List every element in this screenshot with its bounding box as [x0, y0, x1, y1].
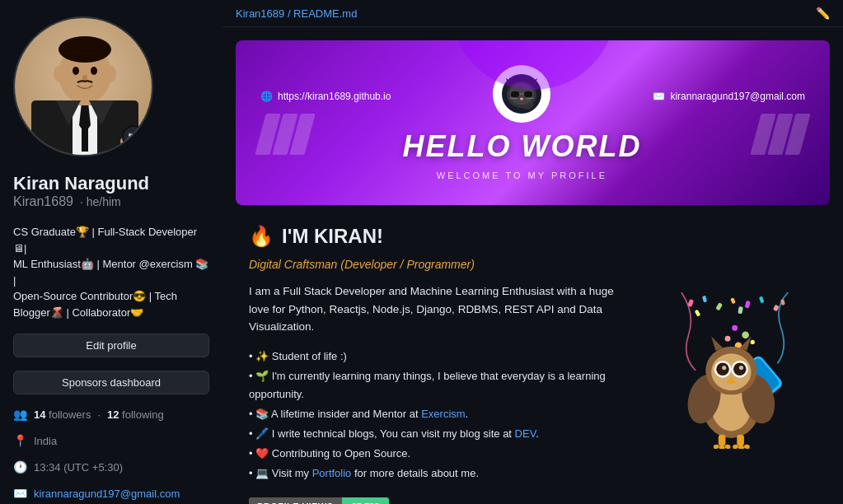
svg-point-9	[91, 67, 97, 75]
camera-badge[interactable]: 📷	[122, 125, 145, 148]
svg-rect-29	[702, 295, 707, 302]
email-item: ✉️ kirannaragund197@gmail.com	[13, 487, 209, 500]
breadcrumb-bar: Kiran1689 / README.md ✏️	[222, 0, 843, 27]
svg-point-7	[59, 36, 111, 63]
profile-views-count: 35,788	[342, 497, 390, 504]
globe-icon: 🌐	[260, 91, 273, 102]
list-item: • 🌱 I'm currently learning many things, …	[249, 367, 660, 404]
svg-rect-60	[719, 434, 726, 446]
svg-point-8	[73, 67, 79, 75]
hero-banner: 🌐 https://kiran1689.github.io	[236, 40, 830, 205]
readme-content: 🔥 I'M KIRAN! Digital Craftsman (Develope…	[222, 218, 843, 504]
profile-name: Kiran Naragund Kiran1689 · he/him	[13, 173, 209, 211]
followers-row: 👥 14 followers · 12 following	[13, 408, 209, 421]
svg-rect-23	[524, 91, 532, 97]
exercism-link[interactable]: Exercism	[421, 408, 465, 420]
main-content: Kiran1689 / README.md ✏️ 🌐 https://kiran…	[222, 0, 843, 504]
location-icon: 📍	[13, 434, 27, 447]
svg-point-25	[520, 98, 523, 100]
sponsors-dashboard-button[interactable]: Sponsors dashboard	[13, 371, 209, 394]
svg-point-44	[751, 340, 755, 344]
svg-rect-36	[738, 306, 743, 314]
svg-point-43	[732, 324, 738, 330]
list-item: • 💻 Visit my Portfolio for more details …	[249, 464, 660, 483]
avatar-container: 📷	[13, 16, 209, 156]
svg-rect-61	[737, 434, 744, 446]
svg-point-11	[54, 66, 63, 82]
svg-rect-66	[738, 445, 744, 448]
email-icon: ✉️	[13, 487, 27, 500]
hero-email-link: ✉️ kirannaragund197@gmail.com	[653, 91, 805, 102]
content-row: 🔥 I'M KIRAN! Digital Craftsman (Develope…	[249, 225, 817, 504]
svg-rect-30	[715, 302, 723, 310]
list-item: • ❤️ Contributing to Open Source.	[249, 445, 660, 463]
svg-point-41	[725, 335, 731, 341]
list-item: • 📚 A lifetime insider and Mentor at Exe…	[249, 405, 660, 423]
people-icon: 👥	[13, 408, 27, 421]
email-icon-hero: ✉️	[653, 91, 665, 102]
hero-right: ✉️ kirannaragund197@gmail.com	[653, 91, 805, 155]
svg-point-57	[722, 366, 726, 370]
svg-rect-64	[724, 444, 731, 449]
slash-decoration-right	[756, 114, 805, 155]
breadcrumb-path: Kiran1689 / README.md	[236, 7, 357, 20]
svg-point-42	[742, 331, 749, 338]
profile-bio: CS Graduate🏆 | Full-Stack Developer🖥| ML…	[13, 224, 209, 320]
svg-rect-22	[511, 91, 519, 97]
readme-heading: 🔥 I'M KIRAN!	[249, 225, 660, 248]
hero-left: 🌐 https://kiran1689.github.io	[260, 91, 391, 155]
readme-intro: I am a Full Stack Developer and Machine …	[249, 282, 628, 336]
readme-tagline: Digital Craftsman (Developer / Programme…	[249, 258, 660, 271]
svg-rect-33	[759, 296, 765, 303]
owl-celebration-image	[672, 292, 804, 449]
list-item: • 🖊️ I write technical blogs, You can vi…	[249, 425, 660, 443]
svg-rect-62	[713, 444, 719, 449]
dev-link[interactable]: DEV	[515, 427, 536, 440]
svg-rect-32	[745, 301, 751, 309]
slash-decoration	[260, 114, 310, 155]
svg-rect-67	[744, 444, 751, 449]
svg-point-12	[106, 66, 116, 82]
svg-rect-31	[730, 297, 736, 304]
edit-profile-button[interactable]: Edit profile	[13, 334, 209, 357]
location-item: 📍 India	[13, 434, 209, 447]
content-left: 🔥 I'M KIRAN! Digital Craftsman (Develope…	[249, 225, 660, 504]
sidebar: 📷 Kiran Naragund Kiran1689 · he/him CS G…	[0, 0, 222, 504]
email-link[interactable]: kirannaragund197@gmail.com	[34, 488, 180, 500]
svg-rect-35	[695, 309, 701, 316]
portfolio-link[interactable]: Portfolio	[312, 467, 352, 479]
avatar: 📷	[13, 16, 153, 156]
clock-icon: 🕐	[13, 460, 27, 474]
hero-web-link: 🌐 https://kiran1689.github.io	[260, 91, 391, 102]
svg-point-58	[739, 366, 743, 370]
content-right	[660, 225, 817, 504]
edit-pencil-icon[interactable]: ✏️	[816, 7, 830, 20]
hero-title: HELLO WORLD	[402, 129, 641, 164]
readme-list: • ✨ Student of life :) • 🌱 I'm currently…	[249, 348, 660, 483]
time-item: 🕐 13:34 (UTC +5:30)	[13, 460, 209, 474]
hero-subtitle: Welcome to my Profile	[437, 170, 607, 180]
profile-views-label: PROFILE VIEWS	[249, 497, 342, 504]
svg-rect-63	[719, 445, 725, 448]
profile-views-bar: PROFILE VIEWS 35,788	[249, 497, 660, 504]
fire-emoji: 🔥	[249, 225, 274, 248]
list-item: • ✨ Student of life :)	[249, 348, 660, 366]
